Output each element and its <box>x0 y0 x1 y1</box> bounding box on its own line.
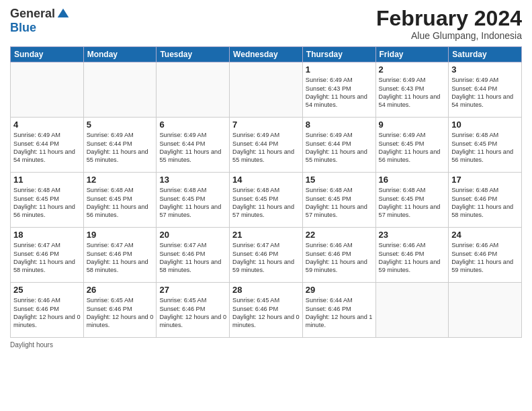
day-number: 14 <box>232 175 300 185</box>
day-number: 19 <box>87 230 154 240</box>
day-number: 25 <box>13 285 81 295</box>
calendar-cell: 5Sunrise: 6:49 AMSunset: 6:44 PMDaylight… <box>83 118 157 173</box>
day-info: Sunrise: 6:48 AMSunset: 6:45 PMDaylight:… <box>87 186 154 220</box>
day-info: Sunrise: 6:48 AMSunset: 6:45 PMDaylight:… <box>159 186 226 220</box>
day-number: 18 <box>13 230 81 240</box>
calendar-cell: 3Sunrise: 6:49 AMSunset: 6:44 PMDaylight… <box>449 62 522 118</box>
calendar-cell <box>375 283 449 338</box>
day-info: Sunrise: 6:47 AMSunset: 6:46 PMDaylight:… <box>159 241 226 275</box>
footer-note: Daylight hours <box>10 341 522 349</box>
calendar-week-row: 11Sunrise: 6:48 AMSunset: 6:45 PMDayligh… <box>11 173 522 228</box>
day-info: Sunrise: 6:49 AMSunset: 6:44 PMDaylight:… <box>451 76 519 109</box>
calendar-cell: 4Sunrise: 6:49 AMSunset: 6:44 PMDaylight… <box>11 118 84 173</box>
day-number: 27 <box>159 285 226 295</box>
calendar-week-row: 18Sunrise: 6:47 AMSunset: 6:46 PMDayligh… <box>11 228 522 283</box>
day-header-sunday: Sunday <box>11 47 84 62</box>
calendar-cell: 8Sunrise: 6:49 AMSunset: 6:44 PMDaylight… <box>302 118 375 173</box>
calendar-table: SundayMondayTuesdayWednesdayThursdayFrid… <box>10 46 522 338</box>
day-number: 23 <box>379 230 446 240</box>
calendar-cell: 17Sunrise: 6:48 AMSunset: 6:46 PMDayligh… <box>449 173 522 228</box>
day-info: Sunrise: 6:46 AMSunset: 6:46 PMDaylight:… <box>13 296 81 330</box>
calendar-cell: 29Sunrise: 6:44 AMSunset: 6:46 PMDayligh… <box>302 283 375 338</box>
calendar-cell: 6Sunrise: 6:49 AMSunset: 6:44 PMDaylight… <box>157 118 230 173</box>
day-info: Sunrise: 6:46 AMSunset: 6:46 PMDaylight:… <box>306 241 373 275</box>
day-number: 3 <box>451 64 519 75</box>
svg-marker-0 <box>58 8 69 17</box>
page-title: February 2024 <box>376 7 522 30</box>
calendar-cell: 27Sunrise: 6:45 AMSunset: 6:46 PMDayligh… <box>157 283 230 338</box>
calendar-cell: 10Sunrise: 6:48 AMSunset: 6:45 PMDayligh… <box>449 118 522 173</box>
calendar-cell <box>449 283 522 338</box>
day-number: 13 <box>159 175 226 185</box>
day-header-thursday: Thursday <box>302 47 375 62</box>
day-number: 24 <box>451 230 519 240</box>
day-number: 21 <box>232 230 300 240</box>
calendar-header-row: SundayMondayTuesdayWednesdayThursdayFrid… <box>11 47 522 62</box>
calendar-cell: 1Sunrise: 6:49 AMSunset: 6:43 PMDaylight… <box>302 62 375 118</box>
day-info: Sunrise: 6:49 AMSunset: 6:44 PMDaylight:… <box>306 131 373 165</box>
day-number: 11 <box>13 175 81 185</box>
day-info: Sunrise: 6:44 AMSunset: 6:46 PMDaylight:… <box>306 296 373 330</box>
calendar-week-row: 25Sunrise: 6:46 AMSunset: 6:46 PMDayligh… <box>11 283 522 338</box>
day-info: Sunrise: 6:49 AMSunset: 6:44 PMDaylight:… <box>232 131 300 165</box>
day-number: 6 <box>159 120 226 130</box>
day-info: Sunrise: 6:49 AMSunset: 6:44 PMDaylight:… <box>159 131 226 165</box>
day-number: 2 <box>379 64 446 75</box>
calendar-week-row: 4Sunrise: 6:49 AMSunset: 6:44 PMDaylight… <box>11 118 522 173</box>
calendar-cell: 26Sunrise: 6:45 AMSunset: 6:46 PMDayligh… <box>83 283 157 338</box>
day-info: Sunrise: 6:49 AMSunset: 6:45 PMDaylight:… <box>379 131 446 165</box>
day-info: Sunrise: 6:49 AMSunset: 6:44 PMDaylight:… <box>13 131 81 165</box>
day-number: 28 <box>232 285 300 295</box>
day-info: Sunrise: 6:45 AMSunset: 6:46 PMDaylight:… <box>87 296 154 330</box>
calendar-cell: 14Sunrise: 6:48 AMSunset: 6:45 PMDayligh… <box>230 173 303 228</box>
calendar-cell: 23Sunrise: 6:46 AMSunset: 6:46 PMDayligh… <box>375 228 449 283</box>
calendar-cell: 9Sunrise: 6:49 AMSunset: 6:45 PMDaylight… <box>375 118 449 173</box>
calendar-cell <box>157 62 230 118</box>
page: General Blue February 2024 Alue Glumpang… <box>0 0 532 411</box>
day-number: 29 <box>306 285 373 295</box>
day-number: 9 <box>379 120 446 130</box>
calendar-cell: 19Sunrise: 6:47 AMSunset: 6:46 PMDayligh… <box>83 228 157 283</box>
logo: General Blue <box>10 7 70 35</box>
day-number: 10 <box>451 120 519 130</box>
day-number: 26 <box>87 285 154 295</box>
calendar-cell <box>11 62 84 118</box>
calendar-cell: 21Sunrise: 6:47 AMSunset: 6:46 PMDayligh… <box>230 228 303 283</box>
calendar-cell: 18Sunrise: 6:47 AMSunset: 6:46 PMDayligh… <box>11 228 84 283</box>
day-number: 15 <box>306 175 373 185</box>
day-number: 16 <box>379 175 446 185</box>
day-number: 17 <box>451 175 519 185</box>
title-block: February 2024 Alue Glumpang, Indonesia <box>376 7 522 41</box>
day-info: Sunrise: 6:45 AMSunset: 6:46 PMDaylight:… <box>232 296 300 330</box>
day-info: Sunrise: 6:48 AMSunset: 6:45 PMDaylight:… <box>379 186 446 220</box>
day-number: 20 <box>159 230 226 240</box>
day-number: 8 <box>306 120 373 130</box>
day-info: Sunrise: 6:49 AMSunset: 6:43 PMDaylight:… <box>379 76 446 109</box>
calendar-cell: 2Sunrise: 6:49 AMSunset: 6:43 PMDaylight… <box>375 62 449 118</box>
day-info: Sunrise: 6:46 AMSunset: 6:46 PMDaylight:… <box>379 241 446 275</box>
day-info: Sunrise: 6:48 AMSunset: 6:46 PMDaylight:… <box>451 186 519 220</box>
day-info: Sunrise: 6:48 AMSunset: 6:45 PMDaylight:… <box>13 186 81 220</box>
logo-blue-text: Blue <box>10 21 36 35</box>
calendar-cell: 24Sunrise: 6:46 AMSunset: 6:46 PMDayligh… <box>449 228 522 283</box>
calendar-cell: 11Sunrise: 6:48 AMSunset: 6:45 PMDayligh… <box>11 173 84 228</box>
day-header-wednesday: Wednesday <box>230 47 303 62</box>
day-number: 7 <box>232 120 300 130</box>
calendar-cell <box>230 62 303 118</box>
calendar-cell <box>83 62 157 118</box>
calendar-cell: 12Sunrise: 6:48 AMSunset: 6:45 PMDayligh… <box>83 173 157 228</box>
day-info: Sunrise: 6:49 AMSunset: 6:43 PMDaylight:… <box>306 76 373 109</box>
header: General Blue February 2024 Alue Glumpang… <box>10 7 522 41</box>
day-number: 12 <box>87 175 154 185</box>
calendar-cell: 28Sunrise: 6:45 AMSunset: 6:46 PMDayligh… <box>230 283 303 338</box>
day-info: Sunrise: 6:49 AMSunset: 6:44 PMDaylight:… <box>87 131 154 165</box>
day-number: 22 <box>306 230 373 240</box>
day-info: Sunrise: 6:48 AMSunset: 6:45 PMDaylight:… <box>232 186 300 220</box>
day-header-monday: Monday <box>83 47 157 62</box>
day-info: Sunrise: 6:48 AMSunset: 6:45 PMDaylight:… <box>451 131 519 165</box>
day-info: Sunrise: 6:47 AMSunset: 6:46 PMDaylight:… <box>13 241 81 275</box>
logo-icon <box>56 7 70 21</box>
page-subtitle: Alue Glumpang, Indonesia <box>376 30 522 41</box>
calendar-cell: 13Sunrise: 6:48 AMSunset: 6:45 PMDayligh… <box>157 173 230 228</box>
day-info: Sunrise: 6:48 AMSunset: 6:45 PMDaylight:… <box>306 186 373 220</box>
